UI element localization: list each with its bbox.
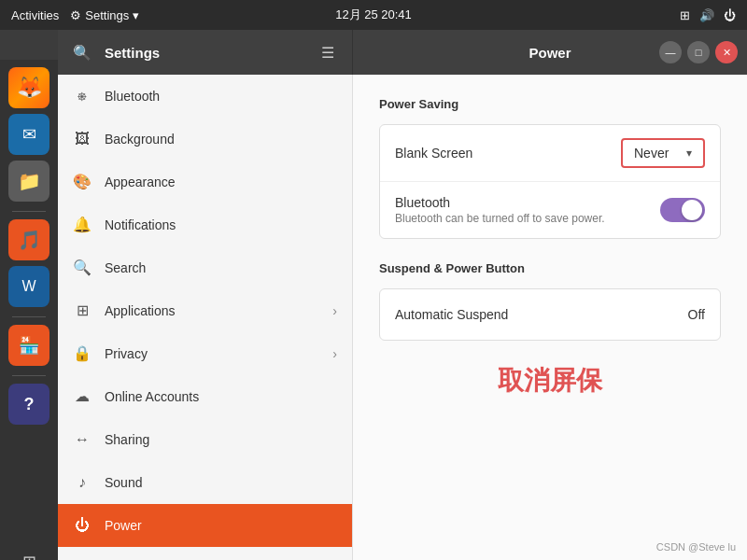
bluetooth-power-row: Bluetooth Bluetooth can be turned off to… bbox=[380, 182, 720, 238]
suspend-section-title: Suspend & Power Button bbox=[379, 261, 721, 275]
sidebar-label-sound: Sound bbox=[105, 475, 337, 490]
sidebar: ⎈ Bluetooth 🖼 Background 🎨 Appearance 🔔 … bbox=[58, 75, 353, 560]
settings-menu-arrow: ▾ bbox=[133, 8, 139, 22]
window-controls: — □ ✕ bbox=[659, 41, 738, 63]
blank-screen-value: Never bbox=[634, 146, 669, 161]
sidebar-label-appearance: Appearance bbox=[105, 175, 337, 189]
applications-icon: ⊞ bbox=[73, 301, 92, 319]
notifications-icon: 🔔 bbox=[73, 216, 92, 233]
taskbar-thunderbird[interactable]: ✉ bbox=[8, 114, 49, 155]
app-layout: 🦊 ✉ 📁 🎵 W 🏪 ? ⊞ 🔍 Settings ☰ Power — □ bbox=[0, 30, 747, 560]
settings-menu-icon: ⚙ bbox=[70, 8, 81, 22]
blank-screen-row: Blank Screen Never ▾ bbox=[380, 125, 720, 182]
privacy-arrow: › bbox=[332, 346, 337, 361]
search-nav-icon: 🔍 bbox=[73, 259, 92, 276]
taskbar-separator-1 bbox=[12, 211, 46, 212]
content-panel: Power Saving Blank Screen Never ▾ Blueto… bbox=[353, 75, 747, 560]
auto-suspend-label: Automatic Suspend bbox=[395, 307, 688, 322]
sidebar-item-privacy[interactable]: 🔒 Privacy › bbox=[58, 332, 352, 375]
window-header: 🔍 Settings ☰ Power — □ ✕ bbox=[58, 30, 747, 75]
sidebar-item-sharing[interactable]: ↔ Sharing bbox=[58, 418, 352, 461]
sidebar-item-power[interactable]: ⏻ Power bbox=[58, 504, 352, 547]
sidebar-header: 🔍 Settings ☰ bbox=[58, 30, 353, 75]
sidebar-item-online-accounts[interactable]: ☁ Online Accounts bbox=[58, 375, 352, 418]
background-icon: 🖼 bbox=[73, 131, 92, 147]
power-icon: ⏻ bbox=[73, 517, 92, 534]
privacy-icon: 🔒 bbox=[73, 344, 92, 362]
sidebar-label-online-accounts: Online Accounts bbox=[105, 389, 337, 404]
blank-screen-dropdown[interactable]: Never ▾ bbox=[621, 138, 705, 168]
taskbar-separator-3 bbox=[12, 375, 46, 376]
sidebar-label-notifications: Notifications bbox=[105, 217, 337, 232]
sidebar-item-displays[interactable]: 🖥 Displays bbox=[58, 547, 352, 560]
sidebar-title: Settings bbox=[105, 45, 305, 61]
sidebar-item-background[interactable]: 🖼 Background bbox=[58, 118, 352, 161]
hamburger-button[interactable]: ☰ bbox=[315, 39, 341, 65]
activities-button[interactable]: Activities bbox=[11, 8, 59, 22]
power-saving-card: Blank Screen Never ▾ Bluetooth Bluetooth… bbox=[379, 124, 721, 239]
sidebar-label-sharing: Sharing bbox=[105, 432, 337, 447]
power-menu-icon[interactable]: ⏻ bbox=[724, 8, 736, 22]
minimize-button[interactable]: — bbox=[659, 41, 682, 63]
suspend-card: Automatic Suspend Off bbox=[379, 288, 721, 341]
topbar: Activities ⚙ Settings ▾ 12月 25 20:41 ⊞ 🔊… bbox=[0, 0, 747, 30]
taskbar-grid[interactable]: ⊞ bbox=[8, 541, 49, 560]
dropdown-arrow-icon: ▾ bbox=[686, 147, 692, 160]
app-window: 🔍 Settings ☰ Power — □ ✕ ⎈ Bluetooth bbox=[58, 30, 747, 560]
datetime-display: 12月 25 20:41 bbox=[335, 7, 412, 23]
sidebar-label-applications: Applications bbox=[105, 303, 319, 318]
sidebar-item-appearance[interactable]: 🎨 Appearance bbox=[58, 161, 352, 203]
bluetooth-label-wrap: Bluetooth Bluetooth can be turned off to… bbox=[395, 195, 660, 225]
sidebar-label-bluetooth: Bluetooth bbox=[105, 89, 337, 104]
sidebar-item-sound[interactable]: ♪ Sound bbox=[58, 461, 352, 504]
network-icon[interactable]: ⊞ bbox=[680, 8, 690, 22]
sidebar-item-notifications[interactable]: 🔔 Notifications bbox=[58, 203, 352, 246]
bluetooth-icon: ⎈ bbox=[73, 88, 92, 105]
volume-icon[interactable]: 🔊 bbox=[699, 8, 714, 22]
toggle-knob bbox=[682, 200, 702, 220]
csdn-watermark: CSDN @Steve lu bbox=[656, 541, 736, 553]
sidebar-item-bluetooth[interactable]: ⎈ Bluetooth bbox=[58, 75, 352, 118]
sidebar-item-search[interactable]: 🔍 Search bbox=[58, 246, 352, 289]
taskbar-firefox[interactable]: 🦊 bbox=[8, 67, 49, 108]
sidebar-label-background: Background bbox=[105, 132, 337, 147]
watermark-text: 取消屏保 bbox=[379, 363, 721, 399]
sidebar-item-applications[interactable]: ⊞ Applications › bbox=[58, 289, 352, 332]
auto-suspend-value: Off bbox=[688, 307, 705, 322]
taskbar-files[interactable]: 📁 bbox=[8, 161, 49, 202]
content-header: Power — □ ✕ bbox=[353, 30, 747, 75]
settings-menu-button[interactable]: ⚙ Settings ▾ bbox=[70, 8, 139, 22]
taskbar: 🦊 ✉ 📁 🎵 W 🏪 ? ⊞ bbox=[0, 60, 58, 560]
sidebar-label-privacy: Privacy bbox=[105, 346, 319, 361]
sidebar-label-power: Power bbox=[105, 518, 337, 533]
appearance-icon: 🎨 bbox=[73, 173, 92, 190]
auto-suspend-row[interactable]: Automatic Suspend Off bbox=[380, 289, 720, 340]
blank-screen-label: Blank Screen bbox=[395, 146, 621, 161]
app-body: ⎈ Bluetooth 🖼 Background 🎨 Appearance 🔔 … bbox=[58, 75, 747, 560]
taskbar-separator-2 bbox=[12, 316, 46, 317]
sound-icon: ♪ bbox=[73, 474, 92, 491]
content-title: Power bbox=[529, 45, 571, 61]
online-accounts-icon: ☁ bbox=[73, 387, 92, 405]
bluetooth-power-label: Bluetooth bbox=[395, 195, 660, 210]
taskbar-appstore[interactable]: 🏪 bbox=[8, 325, 49, 366]
search-button[interactable]: 🔍 bbox=[69, 39, 95, 65]
applications-arrow: › bbox=[332, 303, 337, 318]
bluetooth-power-sublabel: Bluetooth can be turned off to save powe… bbox=[395, 212, 660, 225]
maximize-button[interactable]: □ bbox=[687, 41, 710, 63]
sidebar-label-search: Search bbox=[105, 260, 337, 275]
bluetooth-toggle[interactable] bbox=[660, 198, 705, 222]
taskbar-rhythmbox[interactable]: 🎵 bbox=[8, 219, 49, 260]
close-button[interactable]: ✕ bbox=[715, 41, 738, 63]
power-saving-section-title: Power Saving bbox=[379, 97, 721, 111]
taskbar-writer[interactable]: W bbox=[8, 266, 49, 307]
taskbar-help[interactable]: ? bbox=[8, 384, 49, 425]
sharing-icon: ↔ bbox=[73, 431, 92, 448]
